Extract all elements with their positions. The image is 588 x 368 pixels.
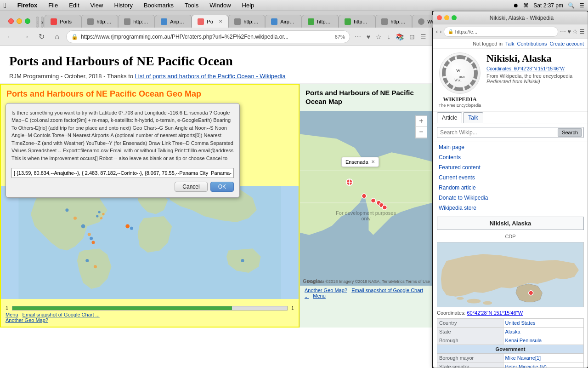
download-button[interactable]: ↓ xyxy=(385,32,392,41)
svg-point-5 xyxy=(90,236,93,240)
nav-random[interactable]: Random article xyxy=(433,183,588,193)
search-icon[interactable]: 🔍 xyxy=(568,2,575,9)
tab-article[interactable]: Article xyxy=(437,112,462,123)
email-snapshot-link[interactable]: Email snapshot of Google Chart ... xyxy=(23,312,100,317)
zoom-out-button[interactable]: − xyxy=(416,127,427,138)
tab-active[interactable]: Po ✕ xyxy=(192,15,228,28)
wiki-minimize-button[interactable] xyxy=(444,15,449,20)
talk-link[interactable]: Talk xyxy=(505,41,514,46)
url-field[interactable]: 🔒 https://www.rjmprogramming.com.au/PHP/… xyxy=(66,30,350,43)
another-geo-link[interactable]: Another Geo Map? xyxy=(6,317,48,323)
wiki-search-button[interactable]: Search xyxy=(558,128,582,137)
apple-menu[interactable]:  xyxy=(4,1,6,10)
wiki-forward-button[interactable]: › xyxy=(440,28,441,35)
menu-bookmarks[interactable]: Bookmarks xyxy=(142,2,175,9)
nav-main-page[interactable]: Main page xyxy=(433,142,588,152)
svg-point-21 xyxy=(371,198,375,203)
tab-8[interactable]: https://ww... xyxy=(302,15,339,28)
coords-value-link[interactable]: 60°42′28″N 151°15′46″W xyxy=(467,310,523,316)
tab-ports[interactable]: Ports xyxy=(45,15,81,28)
list-icon[interactable]: ☰ xyxy=(579,2,584,9)
tab-6[interactable]: http://www... xyxy=(228,15,265,28)
star-button[interactable]: ☆ xyxy=(374,32,384,41)
close-button[interactable] xyxy=(8,18,14,24)
overflow-button[interactable]: ⋯ xyxy=(353,32,363,41)
svg-point-24 xyxy=(382,205,387,210)
nav-contents[interactable]: Contents xyxy=(433,152,588,162)
another-geo-link2[interactable]: Another Geo Map? xyxy=(305,288,347,293)
geo-map-title: Ports and Harbours of NE Pacific Ocean G… xyxy=(1,85,299,102)
minimize-button[interactable] xyxy=(17,18,22,24)
right-panel: Ports and Harbours of NE Pacific Ocean M… xyxy=(300,84,432,328)
menu-view[interactable]: View xyxy=(89,2,105,9)
wiki-logo-area: W ики Wiki WIKIPEDIA The Free Encycloped… xyxy=(437,52,483,108)
wiki-tagline: The Free Encyclopedia xyxy=(437,103,483,108)
menu-file[interactable]: File xyxy=(46,2,60,9)
back-button[interactable]: ‹ xyxy=(36,17,39,28)
tab-7[interactable]: Airpo... xyxy=(265,15,302,28)
menu-tools[interactable]: Tools xyxy=(183,2,200,9)
wiki-link[interactable]: List of ports and harbors of the Pacific… xyxy=(135,73,286,80)
tab-airport[interactable]: Airpo... xyxy=(155,15,192,28)
tab-talk[interactable]: Talk xyxy=(463,112,483,123)
nav-donate[interactable]: Donate to Wikipedia xyxy=(433,193,588,203)
menu-window[interactable]: Window xyxy=(208,2,232,9)
zoom-in-button[interactable]: + xyxy=(416,116,427,127)
menu-link2[interactable]: Menu xyxy=(313,293,326,299)
contributions-link[interactable]: Contributions xyxy=(517,41,547,46)
wiki-url-field[interactable]: 🔒 https://e... xyxy=(444,27,559,37)
wiki-star-button[interactable]: ☆ xyxy=(572,28,578,35)
svg-point-20 xyxy=(362,194,367,198)
ok-button[interactable]: OK xyxy=(210,182,234,192)
forward-button[interactable]: › xyxy=(41,17,44,28)
menu-firefox[interactable]: Firefox xyxy=(16,2,39,9)
progress-bar xyxy=(12,306,288,310)
sidebar-button[interactable]: ⊡ xyxy=(407,32,417,41)
wiki-close-button[interactable] xyxy=(437,15,442,20)
svg-point-11 xyxy=(130,226,133,230)
progress-left: 1 xyxy=(6,305,8,311)
wiki-overflow-button[interactable]: ⋯ xyxy=(560,28,566,35)
wiki-menu-button[interactable]: ☰ xyxy=(579,28,585,35)
page-subtitle: RJM Programming - October, 2018 - Thanks… xyxy=(9,73,423,80)
menu-link[interactable]: Menu xyxy=(6,312,18,317)
svg-point-32 xyxy=(467,299,481,304)
dialog-input[interactable] xyxy=(11,168,234,178)
map-data-attribution: Map data ©2018 Imagery ©2018 NASA, Terra… xyxy=(307,279,430,284)
menu-history[interactable]: History xyxy=(113,2,135,9)
maximize-button[interactable] xyxy=(25,18,30,24)
svg-text:W: W xyxy=(456,68,461,73)
menu-button[interactable]: ☰ xyxy=(418,32,428,41)
tab-10[interactable]: http://www... xyxy=(375,15,412,28)
wiki-bookmark-heart-button[interactable]: ♥ xyxy=(567,28,571,35)
wiki-maximize-button[interactable] xyxy=(452,15,457,20)
tab-9[interactable]: https://ww... xyxy=(339,15,375,28)
tab-2[interactable]: http://www... xyxy=(81,15,118,28)
home-button[interactable]: ⌂ xyxy=(51,30,63,43)
svg-point-13 xyxy=(102,213,104,215)
google-map[interactable]: Ensenada ✕ For development purposes only… xyxy=(300,111,432,286)
menu-help[interactable]: Help xyxy=(240,2,256,9)
wiki-ssl-icon: 🔒 xyxy=(448,29,453,34)
ssl-lock-icon: 🔒 xyxy=(71,34,78,40)
tooltip-close[interactable]: ✕ xyxy=(371,159,375,164)
back-nav-button[interactable]: ← xyxy=(4,30,17,43)
cancel-button[interactable]: Cancel xyxy=(175,182,207,192)
nav-featured[interactable]: Featured content xyxy=(433,162,588,172)
zoom-level: 67% xyxy=(335,34,345,40)
menu-edit[interactable]: Edit xyxy=(67,2,81,9)
create-account-link[interactable]: Create account xyxy=(549,41,584,46)
tab-title-7: Airpo... xyxy=(280,19,296,24)
forward-nav-button[interactable]: → xyxy=(19,30,32,43)
reload-button[interactable]: ↻ xyxy=(35,30,48,43)
wiki-brand: WIKIPEDIA xyxy=(437,96,483,103)
record-icon: ⏺ xyxy=(513,2,519,9)
coords-link[interactable]: Coordinates: 60°42′28″N 151°15′46″W xyxy=(486,66,565,71)
nav-current-events[interactable]: Current events xyxy=(433,172,588,183)
nav-store[interactable]: Wikipedia store xyxy=(433,203,588,213)
wiki-back-button[interactable]: ‹ xyxy=(436,28,438,35)
bookmark-heart-button[interactable]: ♥ xyxy=(365,32,372,41)
tab-3[interactable]: http://www... xyxy=(118,15,155,28)
tab-close-button[interactable]: ✕ xyxy=(219,19,222,24)
library-button[interactable]: 📚 xyxy=(394,32,406,41)
